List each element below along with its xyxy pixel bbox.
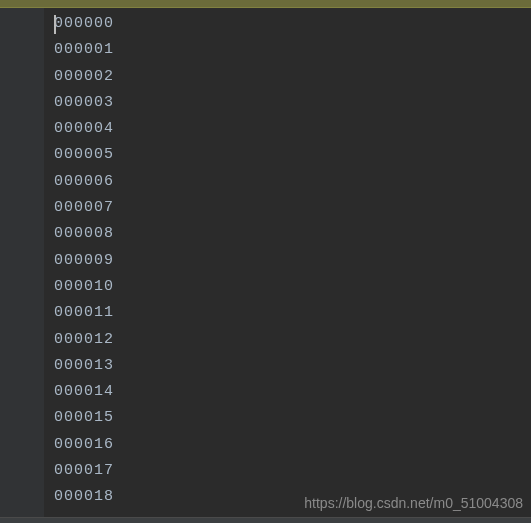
- code-line[interactable]: 000014: [54, 379, 531, 405]
- code-line[interactable]: 000016: [54, 432, 531, 458]
- code-line[interactable]: 000004: [54, 116, 531, 142]
- code-line[interactable]: 000008: [54, 221, 531, 247]
- bottom-border: [0, 517, 531, 523]
- code-line[interactable]: 000005: [54, 142, 531, 168]
- code-line[interactable]: 000017: [54, 458, 531, 484]
- code-line[interactable]: 000007: [54, 195, 531, 221]
- code-line[interactable]: 000011: [54, 300, 531, 326]
- code-line[interactable]: 000015: [54, 405, 531, 431]
- top-bar: [0, 0, 531, 8]
- code-line[interactable]: 000001: [54, 37, 531, 63]
- editor-content[interactable]: 000000 000001 000002 000003 000004 00000…: [44, 8, 531, 523]
- code-line[interactable]: 000012: [54, 327, 531, 353]
- code-line[interactable]: 000002: [54, 64, 531, 90]
- code-line[interactable]: 000006: [54, 169, 531, 195]
- gutter: [0, 8, 44, 523]
- text-cursor: [54, 15, 56, 34]
- watermark: https://blog.csdn.net/m0_51004308: [304, 495, 523, 511]
- code-line[interactable]: 000000: [54, 11, 531, 37]
- code-line[interactable]: 000003: [54, 90, 531, 116]
- code-line[interactable]: 000013: [54, 353, 531, 379]
- code-line[interactable]: 000010: [54, 274, 531, 300]
- editor-area: 000000 000001 000002 000003 000004 00000…: [0, 8, 531, 523]
- code-line[interactable]: 000009: [54, 248, 531, 274]
